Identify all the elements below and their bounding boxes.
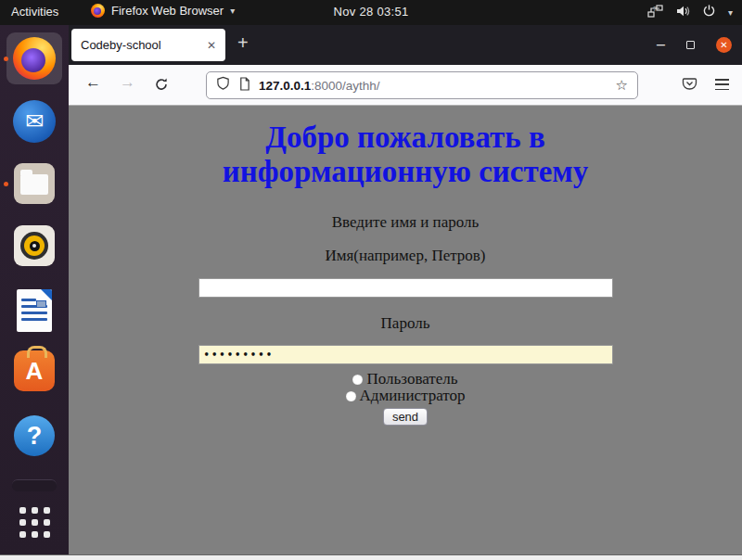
thunderbird-icon: ✉ xyxy=(13,100,56,143)
window-controls: – ✕ xyxy=(657,35,732,54)
show-applications-button[interactable] xyxy=(12,500,57,544)
page-title-line1: Добро пожаловать в xyxy=(69,121,742,155)
send-button[interactable]: send xyxy=(383,408,428,426)
libreoffice-writer-icon xyxy=(17,289,52,332)
radio-user[interactable] xyxy=(352,375,363,385)
pocket-icon[interactable] xyxy=(682,77,697,95)
dock-item-rhythmbox[interactable] xyxy=(12,223,57,268)
svg-text:?: ? xyxy=(653,6,657,12)
url-path: :8000/aythh/ xyxy=(311,79,379,93)
clock[interactable]: Nov 28 03:51 xyxy=(0,5,742,19)
url-bar[interactable]: 127.0.0.1:8000/aythh/ ☆ xyxy=(206,71,638,99)
dock-item-files[interactable] xyxy=(12,161,57,206)
image-placeholder-glyph xyxy=(36,300,46,308)
tab-title: Codeby-school xyxy=(81,38,161,52)
dock-item-help[interactable]: ? xyxy=(12,414,57,458)
forward-button[interactable]: → xyxy=(120,73,135,92)
tab-bar: Codeby-school ✕ + – ✕ xyxy=(69,25,742,65)
url-text[interactable]: 127.0.0.1:8000/aythh/ xyxy=(259,79,380,93)
firefox-window: Codeby-school ✕ + – ✕ ← → xyxy=(69,25,742,555)
gnome-top-bar: Activities Firefox Web Browser ▾ Nov 28 … xyxy=(0,0,742,25)
ubuntu-dock: ✉ A ? xyxy=(0,25,69,554)
radio-option-admin[interactable]: Администратор xyxy=(69,388,742,404)
dock-item-firefox[interactable] xyxy=(12,36,57,81)
volume-icon xyxy=(675,4,690,21)
ubuntu-software-icon: A xyxy=(14,350,55,391)
url-host: 127.0.0.1 xyxy=(259,79,311,93)
radio-admin-label: Администратор xyxy=(360,388,466,404)
chevron-down-icon: ▾ xyxy=(728,7,733,18)
tab-close-icon[interactable]: ✕ xyxy=(207,39,216,52)
software-a-glyph: A xyxy=(26,357,44,386)
dock-item-libreoffice-writer[interactable] xyxy=(12,288,57,333)
firefox-icon xyxy=(13,37,56,80)
desktop: Activities Firefox Web Browser ▾ Nov 28 … xyxy=(0,0,742,560)
back-button[interactable]: ← xyxy=(85,73,101,92)
bookmark-star-icon[interactable]: ☆ xyxy=(616,77,628,94)
help-icon: ? xyxy=(14,415,55,456)
maximize-button[interactable] xyxy=(686,41,695,49)
minimize-button[interactable]: – xyxy=(657,40,665,49)
dock-item-ubuntu-software[interactable]: A xyxy=(12,349,57,393)
radio-option-user[interactable]: Пользователь xyxy=(69,371,742,388)
system-tray[interactable]: ? ▾ xyxy=(647,4,733,20)
radio-admin[interactable] xyxy=(346,391,356,401)
reload-button[interactable] xyxy=(154,77,169,96)
trash-icon xyxy=(12,479,57,491)
shield-icon[interactable] xyxy=(216,76,230,95)
name-input[interactable] xyxy=(198,278,613,298)
page-title-line2: информационную систему xyxy=(69,155,742,189)
rhythmbox-icon xyxy=(14,225,55,266)
files-icon xyxy=(14,163,55,204)
power-icon xyxy=(702,4,716,20)
running-indicator-firefox xyxy=(4,57,8,61)
app-grid-icon xyxy=(19,507,50,538)
envelope-glyph: ✉ xyxy=(25,108,44,134)
radio-user-label: Пользователь xyxy=(366,371,457,388)
web-page: Добро пожаловать в информационную систем… xyxy=(69,106,742,555)
network-icon: ? xyxy=(647,4,663,21)
page-title: Добро пожаловать в информационную систем… xyxy=(69,121,742,189)
password-label: Пароль xyxy=(69,314,742,333)
folder-glyph xyxy=(20,174,48,195)
question-glyph: ? xyxy=(27,422,43,451)
tab-codeby-school[interactable]: Codeby-school ✕ xyxy=(71,29,225,61)
name-label: Имя(например, Петров) xyxy=(69,247,742,265)
running-indicator-files xyxy=(4,182,8,186)
new-tab-button[interactable]: + xyxy=(237,32,249,54)
password-input[interactable] xyxy=(198,345,613,364)
page-info-icon[interactable] xyxy=(238,77,250,95)
dock-item-thunderbird[interactable]: ✉ xyxy=(12,99,57,144)
dock-item-trash[interactable] xyxy=(12,478,57,491)
intro-text: Введите имя и пароль xyxy=(69,213,742,232)
navigation-toolbar: ← → 12 xyxy=(69,65,742,106)
screen-bottom-edge xyxy=(0,554,742,560)
close-window-button[interactable]: ✕ xyxy=(716,37,732,53)
menu-icon[interactable] xyxy=(715,79,729,90)
